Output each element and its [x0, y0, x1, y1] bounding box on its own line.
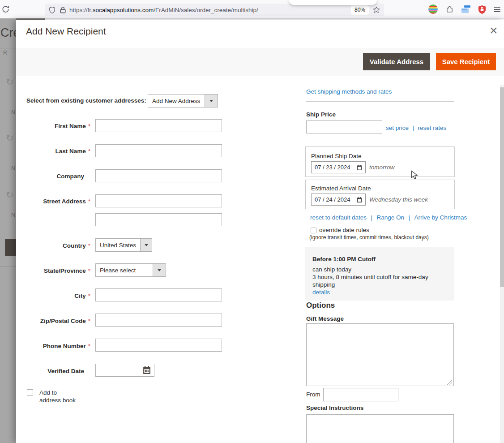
- planned-ship-date-input[interactable]: 07 / 23 / 2024: [311, 161, 366, 173]
- reset-default-dates-link[interactable]: reset to default dates: [310, 214, 367, 221]
- range-on-link[interactable]: Range On: [377, 214, 405, 221]
- override-date-rules-checkbox[interactable]: [311, 228, 316, 233]
- gift-message-label: Gift Message: [306, 315, 344, 322]
- phone-number-label: Phone Number*: [16, 342, 90, 350]
- background-row-letter: N: [11, 211, 15, 218]
- mouse-cursor: [411, 170, 419, 182]
- gift-from-label: From: [306, 391, 320, 398]
- company-input[interactable]: [95, 169, 222, 182]
- zoom-level-badge[interactable]: 80%: [351, 5, 369, 15]
- cutoff-details-link[interactable]: details: [312, 289, 330, 296]
- background-spinner-icon: ↻: [6, 133, 14, 143]
- reset-rates-link[interactable]: reset rates: [418, 125, 446, 131]
- url-bar[interactable]: https://fr.socalappsolutions.com/FrAdMiN…: [45, 4, 384, 16]
- extensions-puzzle-icon[interactable]: [445, 5, 454, 13]
- country-label: Country*: [16, 241, 90, 249]
- divider: [0, 48, 16, 48]
- separator: |: [409, 214, 410, 221]
- background-page-overlay: Cre R ↻ N ↻ N ↻ N: [0, 18, 16, 443]
- ship-price-input[interactable]: [306, 120, 382, 133]
- shield-icon[interactable]: [48, 6, 56, 14]
- street-address-label: Street Address*: [16, 197, 90, 205]
- existing-addresses-select[interactable]: Add New Address: [148, 94, 218, 108]
- required-asterisk: *: [88, 148, 90, 155]
- country-select[interactable]: United States: [95, 238, 152, 252]
- bookmark-star-icon[interactable]: [372, 6, 380, 14]
- validate-address-button[interactable]: Validate Address: [363, 53, 430, 70]
- modal-button-bar: [16, 48, 504, 76]
- sidebar-extension-icon[interactable]: [461, 5, 470, 13]
- planned-ship-date-box: Planned Ship Date 07 / 23 / 2024 tomorro…: [305, 146, 455, 177]
- required-asterisk: *: [88, 318, 90, 324]
- chevron-down-icon: [153, 264, 166, 276]
- last-name-input[interactable]: [95, 144, 222, 157]
- override-date-rules-label: override date rules: [319, 227, 369, 233]
- required-asterisk: *: [88, 343, 90, 349]
- city-input[interactable]: [95, 288, 222, 301]
- first-name-label: First Name*: [16, 122, 90, 130]
- rainbow-extension-icon[interactable]: [428, 4, 438, 14]
- verified-date-label: Verified Date: [16, 367, 90, 375]
- set-price-link[interactable]: set price: [386, 125, 409, 131]
- add-to-address-book-label: Add to address book: [39, 389, 80, 404]
- phone-number-input[interactable]: [95, 339, 222, 352]
- modal-scrollbar[interactable]: [500, 85, 504, 443]
- gift-message-textarea[interactable]: [306, 323, 454, 386]
- zip-postal-code-input[interactable]: [95, 314, 222, 327]
- special-instructions-label: Special Instructions: [306, 404, 363, 411]
- calendar-icon[interactable]: [143, 366, 151, 376]
- zip-postal-code-label: Zip/Postal Code*: [16, 317, 90, 325]
- estimated-arrival-date-input[interactable]: 07 / 24 / 2024: [311, 194, 366, 206]
- lock-icon[interactable]: [60, 6, 66, 13]
- gift-from-input[interactable]: [323, 388, 398, 401]
- background-spinner-icon: ↻: [6, 189, 14, 200]
- estimated-arrival-date-label: Estimated Arrival Date: [311, 185, 371, 192]
- cutoff-line2: 3 hours, 8 minutes until cutoff for same…: [312, 273, 447, 288]
- planned-ship-date-value: 07 / 23 / 2024: [315, 164, 350, 171]
- calendar-icon[interactable]: [357, 165, 362, 170]
- state-province-label: State/Province*: [16, 267, 90, 275]
- required-asterisk: *: [88, 198, 90, 205]
- estimated-date-hint: Wednesday this week: [369, 196, 428, 203]
- street-address-input-2[interactable]: [95, 213, 222, 226]
- company-label: Company: [16, 172, 90, 180]
- url-text: https://fr.socalappsolutions.com/FrAdMiN…: [69, 7, 258, 13]
- city-label: City*: [16, 292, 90, 300]
- special-instructions-textarea[interactable]: [306, 414, 454, 443]
- browser-toolbar: https://fr.socalappsolutions.com/FrAdMiN…: [0, 0, 504, 19]
- reload-icon[interactable]: [1, 5, 10, 15]
- required-asterisk: *: [88, 242, 90, 249]
- resize-handle-icon[interactable]: [447, 379, 453, 387]
- close-icon[interactable]: ×: [490, 24, 498, 37]
- estimated-arrival-date-value: 07 / 24 / 2024: [315, 196, 350, 203]
- popup-remnant: [289, 0, 377, 5]
- state-province-select[interactable]: Please select: [95, 263, 166, 277]
- planned-date-hint: tomorrow: [369, 164, 394, 171]
- chevron-down-icon: [205, 95, 218, 107]
- existing-addresses-label: Select from existing customer addresses:: [26, 97, 146, 104]
- separator: |: [371, 214, 373, 221]
- ship-price-label: Ship Price: [306, 111, 336, 118]
- chevron-down-icon: [140, 239, 152, 251]
- separator: |: [412, 125, 414, 131]
- state-province-value: Please select: [96, 264, 153, 276]
- background-row-letter: N: [11, 165, 15, 172]
- cutoff-title: Before 1:00 PM Cutoff: [312, 255, 447, 263]
- street-address-input-1[interactable]: [95, 194, 222, 207]
- background-spinner-icon: ↻: [6, 77, 14, 87]
- scrollbar-thumb[interactable]: [500, 87, 504, 287]
- first-name-input[interactable]: [95, 119, 222, 132]
- background-row-letter: N: [11, 109, 15, 116]
- background-page-title-partial: Cre: [0, 26, 16, 40]
- required-asterisk: *: [88, 267, 90, 274]
- ship-price-links: set price | reset rates: [386, 124, 446, 132]
- add-to-address-book-checkbox[interactable]: [27, 389, 33, 396]
- adblock-shield-icon[interactable]: [478, 5, 486, 14]
- calendar-icon[interactable]: [357, 197, 362, 202]
- menu-hamburger-icon[interactable]: [494, 5, 500, 13]
- arrive-by-christmas-link[interactable]: Arrive by Christmas: [414, 214, 467, 221]
- modal-title: Add New Recipient: [26, 26, 106, 37]
- get-shipping-rates-link[interactable]: Get shipping methods and rates: [306, 88, 392, 95]
- override-date-rules-hint: (ignore transit times, commit times, bla…: [309, 234, 429, 241]
- save-recipient-button[interactable]: Save Recipient: [436, 53, 496, 70]
